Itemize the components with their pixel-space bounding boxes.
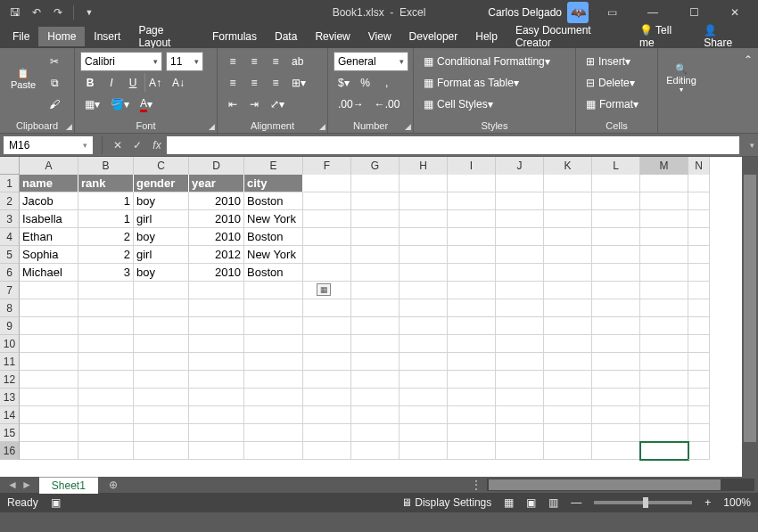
cell-E15[interactable] <box>244 424 303 442</box>
column-header-G[interactable]: G <box>351 157 400 175</box>
align-bottom-icon[interactable]: ≡ <box>266 52 285 71</box>
tab-file[interactable]: File <box>4 27 38 46</box>
cell-C12[interactable] <box>134 371 189 389</box>
cell-B14[interactable] <box>78 406 134 424</box>
tab-insert[interactable]: Insert <box>85 27 129 46</box>
cell-F10[interactable] <box>303 335 351 353</box>
cell-D7[interactable] <box>189 282 244 299</box>
zoom-out-icon[interactable]: — <box>571 496 581 509</box>
column-header-A[interactable]: A <box>20 157 78 175</box>
cell-J6[interactable] <box>496 264 544 282</box>
cell-G12[interactable] <box>351 371 400 389</box>
tab-scroll-split-icon[interactable]: ⋮ <box>466 479 487 491</box>
cell-A13[interactable] <box>20 389 78 406</box>
cell-J13[interactable] <box>496 389 544 406</box>
cell-L5[interactable] <box>592 246 640 264</box>
cell-L14[interactable] <box>592 406 640 424</box>
undo-icon[interactable]: ↶ <box>27 3 46 22</box>
cell-E8[interactable] <box>244 299 303 317</box>
cell-K2[interactable] <box>544 192 592 210</box>
column-header-L[interactable]: L <box>592 157 640 175</box>
merge-center-button[interactable]: ⊞▾ <box>287 73 310 93</box>
cell-D5[interactable]: 2012 <box>189 246 244 264</box>
bold-button[interactable]: B <box>80 73 100 93</box>
cell-A14[interactable] <box>20 406 78 424</box>
cell-I1[interactable] <box>448 175 496 192</box>
cell-A11[interactable] <box>20 353 78 371</box>
cell-K8[interactable] <box>544 299 592 317</box>
cell-A7[interactable] <box>20 282 78 299</box>
cell-D11[interactable] <box>189 353 244 371</box>
cell-H8[interactable] <box>400 299 448 317</box>
align-middle-icon[interactable]: ≡ <box>244 52 264 71</box>
cell-J4[interactable] <box>496 228 544 246</box>
cell-K3[interactable] <box>544 210 592 228</box>
cell-M10[interactable] <box>640 335 688 353</box>
align-left-icon[interactable]: ≡ <box>223 73 243 93</box>
cell-K6[interactable] <box>544 264 592 282</box>
cell-K7[interactable] <box>544 282 592 299</box>
cell-M11[interactable] <box>640 353 688 371</box>
cell-M9[interactable] <box>640 317 688 335</box>
format-painter-icon[interactable]: 🖌 <box>45 94 64 114</box>
cell-E3[interactable]: New York <box>244 210 303 228</box>
cell-D8[interactable] <box>189 299 244 317</box>
cell-C14[interactable] <box>134 406 189 424</box>
cell-A2[interactable]: Jacob <box>20 192 78 210</box>
cell-B4[interactable]: 2 <box>78 228 134 246</box>
cell-F2[interactable] <box>303 192 351 210</box>
row-header-14[interactable]: 14 <box>0 406 20 424</box>
cell-N4[interactable] <box>688 228 710 246</box>
cell-I3[interactable] <box>448 210 496 228</box>
save-icon[interactable]: 🖫 <box>5 3 25 22</box>
cell-D4[interactable]: 2010 <box>189 228 244 246</box>
cell-B12[interactable] <box>78 371 134 389</box>
cell-C11[interactable] <box>134 353 189 371</box>
cell-N2[interactable] <box>688 192 710 210</box>
cell-G4[interactable] <box>351 228 400 246</box>
cell-A6[interactable]: Michael <box>20 264 78 282</box>
cell-N9[interactable] <box>688 317 710 335</box>
cell-D1[interactable]: year <box>189 175 244 192</box>
cell-C2[interactable]: boy <box>134 192 189 210</box>
cell-L6[interactable] <box>592 264 640 282</box>
cell-M6[interactable] <box>640 264 688 282</box>
cell-M15[interactable] <box>640 424 688 442</box>
cell-B13[interactable] <box>78 389 134 406</box>
cell-F14[interactable] <box>303 406 351 424</box>
cell-F6[interactable] <box>303 264 351 282</box>
row-header-8[interactable]: 8 <box>0 299 20 317</box>
cell-I14[interactable] <box>448 406 496 424</box>
cell-M1[interactable] <box>640 175 688 192</box>
cell-J2[interactable] <box>496 192 544 210</box>
cell-E11[interactable] <box>244 353 303 371</box>
cut-icon[interactable]: ✂ <box>45 52 64 71</box>
cell-B1[interactable]: rank <box>78 175 134 192</box>
cell-A16[interactable] <box>20 442 78 460</box>
copy-icon[interactable]: ⧉ <box>45 73 64 93</box>
cell-H3[interactable] <box>400 210 448 228</box>
wrap-text-button[interactable]: ab <box>287 52 308 71</box>
cell-J9[interactable] <box>496 317 544 335</box>
conditional-formatting-button[interactable]: ▦ Conditional Formatting ▾ <box>419 52 571 71</box>
cell-N14[interactable] <box>688 406 710 424</box>
collapse-ribbon-icon[interactable]: ⌃ <box>744 53 753 66</box>
cell-A5[interactable]: Sophia <box>20 246 78 264</box>
cell-N13[interactable] <box>688 389 710 406</box>
view-normal-icon[interactable]: ▦ <box>504 496 514 509</box>
cell-J1[interactable] <box>496 175 544 192</box>
cell-H11[interactable] <box>400 353 448 371</box>
cell-N16[interactable] <box>688 442 710 460</box>
column-header-B[interactable]: B <box>78 157 134 175</box>
cell-L10[interactable] <box>592 335 640 353</box>
cell-G15[interactable] <box>351 424 400 442</box>
underline-button[interactable]: U <box>123 73 143 93</box>
cell-E10[interactable] <box>244 335 303 353</box>
cell-H15[interactable] <box>400 424 448 442</box>
cell-D12[interactable] <box>189 371 244 389</box>
cell-C16[interactable] <box>134 442 189 460</box>
borders-icon[interactable]: ▦▾ <box>80 94 104 114</box>
cell-L7[interactable] <box>592 282 640 299</box>
cell-H9[interactable] <box>400 317 448 335</box>
cell-E4[interactable]: Boston <box>244 228 303 246</box>
